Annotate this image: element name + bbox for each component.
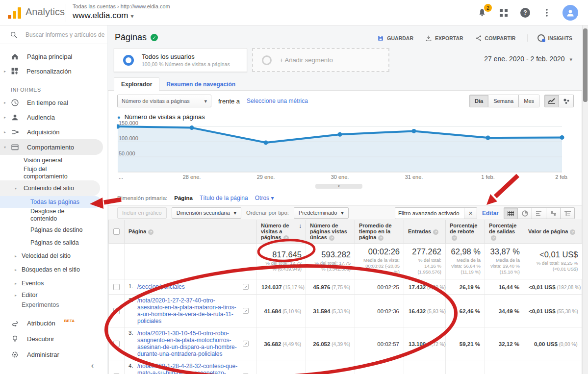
comparison-view-button[interactable] <box>546 207 561 219</box>
notification-badge: 2 <box>484 4 492 12</box>
page-link[interactable]: /nota/2020-1-27-2-37-40-otro-asesinato-e… <box>137 297 241 324</box>
pivot-view-button[interactable] <box>561 207 575 219</box>
col-tiempo[interactable]: Promedio de tiempo en la página? <box>355 220 404 244</box>
sidebar-item-attribution[interactable]: AtribuciónBETA <box>0 315 107 331</box>
edit-filter-link[interactable]: Editar <box>482 210 499 217</box>
sidebar-item-overview[interactable]: Visión general <box>0 155 107 166</box>
help-button[interactable]: ? <box>519 7 531 19</box>
chart-point[interactable] <box>264 140 268 145</box>
notifications-button[interactable]: 2 <box>476 7 488 19</box>
expand-icon: ▸ <box>15 266 17 274</box>
metric-value: <0,01 US$ <box>529 308 556 314</box>
col-rebote[interactable]: Porcentaje de rebote? <box>446 220 485 244</box>
open-page-icon[interactable]: ↗ <box>243 341 249 347</box>
sidebar-item-behavior-flow[interactable]: Flujo del comportamiento <box>0 166 107 180</box>
chart-point[interactable] <box>338 132 342 137</box>
metric-value: 62,46 % <box>460 308 480 314</box>
filter-input[interactable] <box>395 208 464 219</box>
more-menu-button[interactable] <box>541 7 553 19</box>
open-page-icon[interactable]: ↗ <box>243 308 249 314</box>
dimension-titulo-link[interactable]: Título de la página <box>200 195 248 201</box>
col-pagina[interactable]: Página? <box>125 220 257 244</box>
granularity-month-button[interactable]: Mes <box>519 95 539 107</box>
total-bounce: 62,98 %Media de la vista: 56,64 % (11,19… <box>446 244 485 279</box>
col-salidas[interactable]: Porcentaje de salidas? <box>485 220 524 244</box>
granularity-week-button[interactable]: Semana <box>488 95 519 107</box>
sidebar-item-site-content[interactable]: ▾ Contenido del sitio <box>0 180 100 196</box>
metric-value: 16.432 <box>409 308 426 314</box>
row-checkbox[interactable] <box>113 341 120 347</box>
page-link[interactable]: /nota/2020-1-28-4-28-32-confeso-que-mato… <box>137 363 241 374</box>
share-button[interactable]: COMPARTIR <box>475 34 516 42</box>
vs-label: frente a <box>218 98 240 105</box>
apps-grid-button[interactable] <box>498 7 510 19</box>
tab-resumen-navegacion[interactable]: Resumen de navegación <box>159 78 242 91</box>
sidebar-item-content-drilldown[interactable]: Desglose de contenido <box>0 208 107 223</box>
page-link[interactable]: /nota/2020-1-30-10-45-0-otro-robo-sangri… <box>137 330 241 357</box>
sidebar-item-all-pages[interactable]: Todas las páginas <box>0 196 101 208</box>
performance-view-button[interactable] <box>532 207 546 219</box>
sidebar-item-site-speed[interactable]: ▸ Velocidad del sitio <box>0 250 107 262</box>
select-metric-link[interactable]: Seleccione una métrica <box>247 98 308 104</box>
sidebar-item-discover[interactable]: Descubrir <box>0 331 107 347</box>
secondary-dimension-dropdown[interactable]: Dimensión secundaria ▾ <box>172 207 241 219</box>
dimension-pagina[interactable]: Página <box>174 195 193 201</box>
col-valor[interactable]: Valor de página? <box>524 220 582 244</box>
sidebar-item-publisher[interactable]: ▸ Editor <box>0 289 107 301</box>
vertical-scrollbar[interactable] <box>582 25 588 374</box>
date-range-selector[interactable]: 27 ene. 2020 - 2 feb. 2020 ▾ <box>484 55 572 63</box>
chart-collapse-handle[interactable]: ▼ <box>315 184 362 189</box>
property-selector[interactable]: www.eldia.com▾ <box>73 11 133 21</box>
add-segment-button[interactable]: + Añadir segmento <box>252 48 389 72</box>
insights-button[interactable]: INSIGHTS <box>527 34 572 42</box>
sidebar-item-exit-pages[interactable]: Páginas de salida <box>0 237 107 248</box>
row-checkbox[interactable] <box>113 284 120 290</box>
sidebar-item-behavior[interactable]: ▾ Comportamiento <box>0 139 103 155</box>
sidebar-collapse-button[interactable]: ‹ <box>91 361 94 370</box>
metric-pct: (6,29 %) <box>426 285 446 290</box>
sidebar-item-acquisition[interactable]: ▸ Adquisición <box>0 125 107 139</box>
chart-point[interactable] <box>412 129 416 133</box>
col-entradas[interactable]: Entradas? <box>404 220 446 244</box>
percent-view-button[interactable] <box>518 207 532 219</box>
account-avatar[interactable] <box>562 5 578 21</box>
sidebar-item-admin[interactable]: Administrar <box>0 347 107 362</box>
metric-dropdown[interactable]: Número de visitas a páginas ▾ <box>117 95 211 107</box>
sidebar: Buscar informes y artículos de Página pr… <box>0 25 108 374</box>
download-icon <box>425 35 432 42</box>
chart-point[interactable] <box>190 125 194 130</box>
row-checkbox[interactable] <box>113 308 120 314</box>
sidebar-search[interactable]: Buscar informes y artículos de <box>0 25 107 44</box>
x-axis-label: 2 feb. <box>555 174 568 180</box>
page-link[interactable]: /seccion/policiales <box>137 283 241 290</box>
select-all-checkbox[interactable] <box>113 228 120 235</box>
sidebar-item-events[interactable]: ▸ Eventos <box>0 277 107 289</box>
granularity-day-button[interactable]: Día <box>469 95 488 107</box>
motion-chart-button[interactable] <box>559 95 574 107</box>
sidebar-item-experiments[interactable]: Experimentos <box>0 301 107 309</box>
sort-type-dropdown[interactable]: Predeterminado ▾ <box>294 207 349 219</box>
col-vistas-unicas[interactable]: Número de páginas vistas únicas? <box>306 220 355 244</box>
sidebar-item-site-search[interactable]: ▸ Búsquedas en el sitio <box>0 262 107 277</box>
sidebar-item-personalization[interactable]: ▸ Personalización <box>0 64 107 78</box>
chart-point[interactable] <box>560 135 564 140</box>
clear-filter-button[interactable]: ✕ <box>464 208 477 219</box>
expand-icon: ▸ <box>4 130 6 134</box>
scrollbar-thumb[interactable] <box>583 28 588 102</box>
export-button[interactable]: EXPORTAR <box>425 34 463 42</box>
col-visitas[interactable]: ↓Número de visitas a páginas? <box>257 220 306 244</box>
table-view-button[interactable] <box>504 207 518 219</box>
sidebar-item-home[interactable]: Página principal <box>0 49 107 64</box>
tab-explorador[interactable]: Explorador <box>114 77 159 91</box>
chart-point[interactable] <box>486 136 490 140</box>
sidebar-item-audience[interactable]: ▸ Audiencia <box>0 110 107 125</box>
segment-all-users[interactable]: Todos los usuarios 100,00 % Número de vi… <box>114 48 247 72</box>
sidebar-item-realtime[interactable]: ▸ En tiempo real <box>0 95 107 110</box>
include-in-chart-button[interactable]: Incluir en gráfico <box>117 207 167 219</box>
dimension-bar: Dimensión primaria: Página Título de la … <box>117 195 274 201</box>
sidebar-item-landing-pages[interactable]: Páginas de destino <box>0 223 107 237</box>
dimension-otros-link[interactable]: Otros ▾ <box>255 195 274 201</box>
save-button[interactable]: GUARDAR <box>377 34 413 42</box>
open-page-icon[interactable]: ↗ <box>243 284 249 290</box>
line-chart-button[interactable] <box>544 95 559 107</box>
